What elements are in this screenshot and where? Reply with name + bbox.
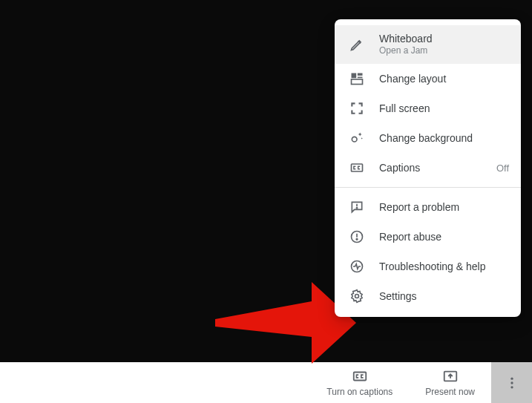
feedback-icon: [349, 200, 364, 214]
menu-item-report-abuse[interactable]: Report abuse: [335, 222, 521, 252]
menu-item-label: Troubleshooting & help: [379, 260, 509, 273]
menu-item-change-layout[interactable]: Change layout: [335, 64, 521, 94]
menu-item-report-problem[interactable]: Report a problem: [335, 192, 521, 222]
gear-icon: [349, 289, 364, 304]
menu-item-change-background[interactable]: Change background: [335, 123, 521, 153]
alert-icon: [349, 229, 364, 244]
menu-item-whiteboard[interactable]: Whiteboard Open a Jam: [335, 25, 521, 64]
svg-point-8: [356, 208, 357, 209]
present-now-button[interactable]: Present now: [409, 362, 491, 403]
menu-item-full-screen[interactable]: Full screen: [335, 94, 521, 123]
menu-item-label: Change layout: [379, 72, 509, 85]
svg-rect-1: [352, 73, 357, 79]
menu-item-label-group: Whiteboard Open a Jam: [379, 32, 509, 57]
menu-item-label: Change background: [379, 131, 509, 145]
svg-point-11: [356, 239, 358, 240]
svg-rect-2: [358, 73, 363, 76]
turn-on-captions-button[interactable]: Turn on captions: [310, 362, 409, 403]
menu-item-label: Settings: [379, 289, 509, 303]
captions-icon: [349, 160, 364, 175]
menu-item-troubleshooting[interactable]: Troubleshooting & help: [335, 252, 521, 281]
captions-status-badge: Off: [496, 163, 509, 174]
svg-point-17: [510, 381, 513, 384]
svg-point-18: [510, 386, 513, 388]
layout-icon: [349, 71, 364, 86]
present-button-label: Present now: [425, 387, 475, 397]
svg-rect-3: [358, 77, 363, 79]
menu-item-sublabel: Open a Jam: [379, 45, 509, 57]
menu-divider: [335, 187, 521, 188]
captions-button-label: Turn on captions: [326, 387, 393, 397]
pencil-icon: [349, 37, 364, 52]
menu-item-label: Report abuse: [379, 230, 509, 243]
menu-item-label: Report a problem: [379, 200, 509, 214]
svg-point-16: [510, 377, 513, 379]
svg-rect-4: [352, 79, 363, 85]
bottom-toolbar: Turn on captions Present now: [0, 362, 532, 403]
more-vert-icon: [505, 376, 519, 390]
fullscreen-icon: [349, 101, 364, 116]
sparkle-icon: [349, 131, 364, 145]
menu-item-settings[interactable]: Settings: [335, 281, 521, 311]
present-icon: [442, 368, 459, 384]
menu-item-label: Captions: [379, 161, 482, 174]
svg-rect-6: [352, 164, 363, 171]
menu-item-label: Whiteboard: [379, 32, 509, 45]
captions-icon: [352, 368, 368, 384]
activity-icon: [349, 259, 364, 274]
more-options-button[interactable]: [491, 362, 532, 403]
more-options-menu: Whiteboard Open a Jam Change layout Full…: [335, 19, 521, 317]
svg-point-13: [355, 295, 359, 298]
menu-item-captions[interactable]: Captions Off: [335, 153, 521, 183]
svg-point-5: [352, 137, 357, 142]
menu-item-label: Full screen: [379, 102, 509, 115]
svg-rect-14: [354, 373, 367, 381]
